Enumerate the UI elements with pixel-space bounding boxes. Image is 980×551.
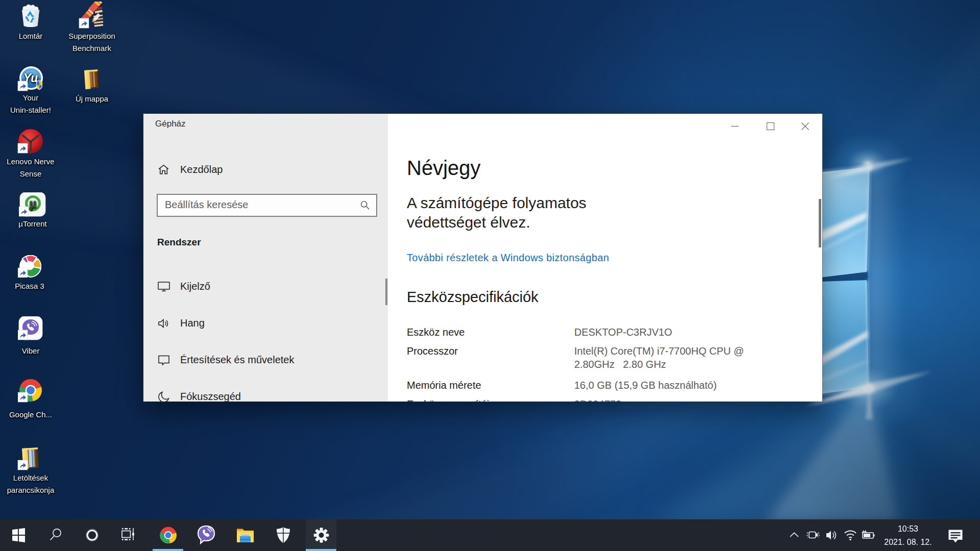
svg-text:µ: µ xyxy=(30,196,37,210)
